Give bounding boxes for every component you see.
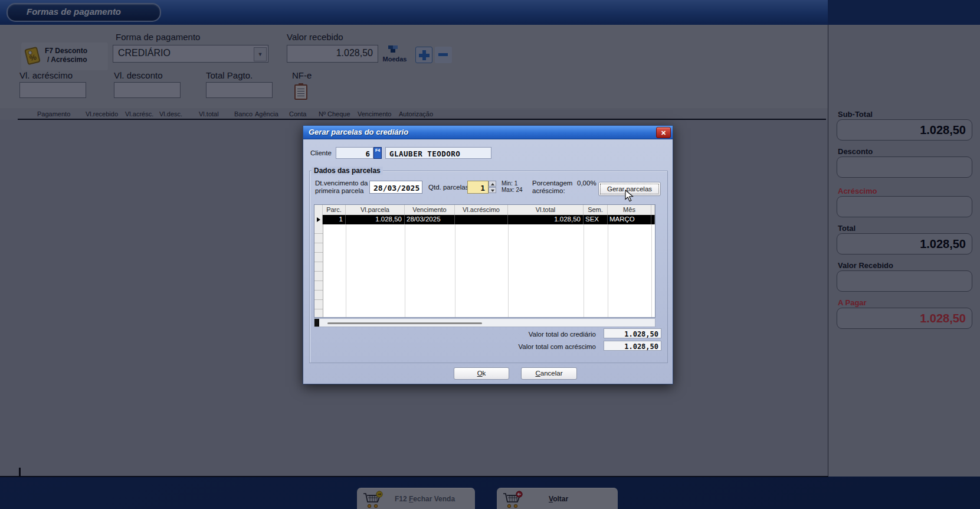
cliente-lookup-button[interactable]: F4 (373, 147, 382, 159)
cancelar-button[interactable]: Cancelar (521, 367, 577, 380)
valor-total-crediario-label: Valor total do crediário (492, 331, 596, 338)
cliente-code-input[interactable]: 6 (336, 147, 373, 159)
pos-screen: Formas de pagamento % F7 Desconto / Acré… (0, 0, 980, 509)
parcelas-grid-header: Parc. Vl.parcela Vencimento Vl.acréscimo… (314, 205, 655, 216)
qtd-parcelas-label: Qtd. parcelas (428, 184, 468, 191)
row-selector-cell (314, 215, 323, 224)
min-max-label: Min: 1 Max: 24 (502, 180, 523, 193)
row-selector-arrow-icon (317, 217, 320, 222)
gerar-parcelas-dialog: Gerar parcelas do crediário ✕ Cliente 6 … (303, 125, 673, 384)
grid-column-divider (608, 224, 608, 317)
grid-horizontal-scrollbar[interactable] (314, 318, 655, 327)
grid-column-divider (584, 224, 584, 317)
cliente-label: Cliente (310, 149, 332, 156)
grid-column-divider (405, 224, 405, 317)
mouse-cursor (625, 190, 634, 202)
dt-vencimento-label: Dt.vencimento da primeira parcela (315, 180, 372, 195)
valor-total-acrescimo-label: Valor total com acréscimo (492, 343, 596, 350)
close-icon[interactable]: ✕ (656, 127, 671, 138)
valor-total-crediario-field: 1.028,50 (604, 328, 661, 338)
scrollbar-left-block (314, 319, 319, 327)
grid-column-divider (346, 224, 346, 317)
qtd-parcelas-stepper (489, 181, 496, 193)
parcela-row-selected[interactable]: 1 1.028,50 28/03/2025 1.028,50 SEX MARÇO (314, 215, 655, 224)
dados-parcelas-label: Dados das parcelas (312, 167, 383, 175)
parcelas-grid[interactable]: Parc. Vl.parcela Vencimento Vl.acréscimo… (314, 204, 655, 318)
grid-column-divider (651, 224, 652, 317)
valor-total-acrescimo-field: 1.028,50 (604, 341, 661, 351)
dialog-title-bar[interactable]: Gerar parcelas do crediário (303, 126, 673, 139)
grid-column-divider (508, 224, 509, 317)
qtd-parcelas-input[interactable]: 1 (467, 181, 489, 194)
grid-selector-column (314, 224, 323, 317)
stepper-down-button[interactable] (489, 187, 496, 193)
porcentagem-value: 0,00% (577, 180, 596, 187)
porcentagem-label: Porcentagem acréscimo: (532, 180, 578, 195)
dt-vencimento-input[interactable]: 28/03/2025 (369, 181, 422, 194)
dialog-title: Gerar parcelas do crediário (303, 126, 673, 139)
ok-button[interactable]: Ok (454, 367, 509, 380)
stepper-up-button[interactable] (489, 181, 496, 187)
scrollbar-thumb[interactable] (327, 322, 482, 324)
grid-column-divider (455, 224, 455, 317)
cliente-nome-field[interactable]: GLAUBER TEODORO (385, 147, 491, 159)
